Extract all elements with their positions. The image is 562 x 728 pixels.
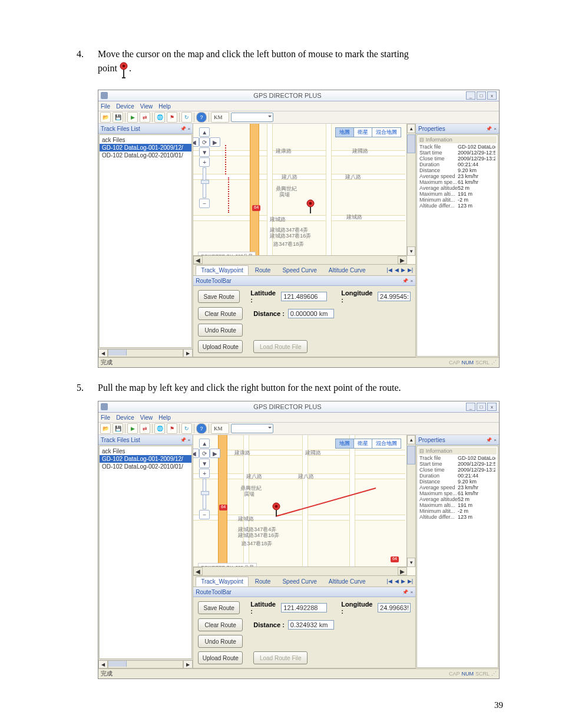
- list-item[interactable]: GD-102 DataLog-001-2009/12/: [100, 144, 191, 151]
- vertical-scrollbar[interactable]: ▲▼: [406, 124, 415, 256]
- tab-speed-curve[interactable]: Speed Curve: [277, 265, 322, 275]
- save-route-button[interactable]: Save Route: [198, 290, 240, 303]
- tab-nav-next[interactable]: ▶: [401, 267, 405, 273]
- pin-panel-icon[interactable]: 📌: [180, 126, 186, 131]
- longitude-value[interactable]: 24.99663!: [378, 603, 411, 612]
- tool-refresh-icon[interactable]: ↻: [181, 112, 192, 123]
- menu-view[interactable]: View: [140, 103, 153, 110]
- close-panel-icon[interactable]: ×: [410, 278, 413, 284]
- vertical-scrollbar[interactable]: ▲▼: [406, 435, 415, 567]
- list-item[interactable]: OD-102 DataLog-002-2010/01/: [100, 463, 191, 470]
- tool-help-icon[interactable]: ?: [196, 423, 207, 434]
- upload-route-button[interactable]: Upload Route: [198, 651, 243, 664]
- pan-right-icon[interactable]: ▶: [210, 449, 220, 458]
- horizontal-scrollbar[interactable]: ◀▶: [98, 660, 193, 668]
- maximize-button[interactable]: □: [477, 91, 486, 100]
- longitude-value[interactable]: 24.99545:: [378, 292, 411, 301]
- zoom-in-icon[interactable]: +: [199, 469, 210, 478]
- zoom-out-icon[interactable]: −: [199, 199, 210, 208]
- zoom-in-icon[interactable]: +: [199, 157, 210, 167]
- zoom-slider[interactable]: [203, 167, 206, 198]
- close-panel-icon[interactable]: ×: [188, 126, 191, 131]
- menu-device[interactable]: Device: [116, 414, 134, 421]
- minimize-button[interactable]: _: [466, 91, 475, 100]
- unit-dropdown[interactable]: [231, 424, 273, 433]
- tool-save-icon[interactable]: 💾: [113, 112, 123, 123]
- menu-view[interactable]: View: [140, 414, 153, 421]
- close-panel-icon[interactable]: ×: [494, 437, 497, 443]
- map-type-map[interactable]: 地圖: [335, 439, 354, 449]
- pin-panel-icon[interactable]: 📌: [402, 278, 408, 284]
- save-route-button[interactable]: Save Route: [198, 601, 240, 614]
- clear-route-button[interactable]: Clear Route: [198, 307, 243, 320]
- map-view[interactable]: ▲ ◀⟳▶ ▼ + − 地圖 衛星 混合地圖 建康路 建國路 建八路: [193, 435, 415, 576]
- unit-selector[interactable]: KM: [211, 423, 229, 434]
- pan-reset-icon[interactable]: ⟳: [199, 449, 210, 458]
- distance-value[interactable]: 0.324932 km: [288, 620, 334, 630]
- tab-track-waypoint[interactable]: Track_Waypoint: [196, 265, 249, 275]
- tool-save-icon[interactable]: 💾: [113, 423, 123, 434]
- zoom-out-icon[interactable]: −: [199, 510, 210, 519]
- undo-route-button[interactable]: Undo Route: [198, 635, 243, 648]
- map-type-hybrid[interactable]: 混合地圖: [372, 439, 401, 449]
- tool-globe-icon[interactable]: 🌐: [154, 112, 165, 123]
- map-type-hybrid[interactable]: 混合地圖: [372, 127, 401, 137]
- tab-nav-first[interactable]: |◀: [386, 578, 392, 584]
- tool-play-icon[interactable]: ▶: [127, 423, 138, 434]
- minimize-button[interactable]: _: [466, 403, 475, 411]
- close-panel-icon[interactable]: ×: [494, 126, 497, 131]
- tab-altitude-curve[interactable]: Altitude Curve: [323, 265, 371, 275]
- upload-route-button[interactable]: Upload Route: [198, 340, 243, 353]
- map-view[interactable]: ▲ ◀⟳▶ ▼ + − 地圖 衛星 混合地圖 建康路 建國路 建八路: [193, 124, 415, 265]
- menu-file[interactable]: File: [101, 103, 110, 110]
- tab-altitude-curve[interactable]: Altitude Curve: [323, 577, 371, 587]
- load-route-file-button[interactable]: Load Route File: [253, 651, 308, 664]
- tool-globe-icon[interactable]: 🌐: [154, 423, 165, 434]
- menu-help[interactable]: Help: [158, 103, 171, 110]
- tab-route[interactable]: Route: [250, 265, 276, 275]
- map-type-satellite[interactable]: 衛星: [353, 439, 372, 449]
- resize-grip-icon[interactable]: ⋰: [491, 360, 497, 365]
- horizontal-scrollbar[interactable]: ◀▶: [193, 255, 407, 264]
- pan-left-icon[interactable]: ◀: [193, 449, 199, 458]
- tab-nav-prev[interactable]: ◀: [395, 267, 399, 273]
- map-type-map[interactable]: 地圖: [335, 127, 354, 137]
- menu-file[interactable]: File: [101, 414, 110, 421]
- tool-flag-icon[interactable]: ⚑: [167, 112, 177, 123]
- tab-nav-prev[interactable]: ◀: [395, 578, 399, 584]
- map-type-satellite[interactable]: 衛星: [353, 127, 372, 137]
- pin-panel-icon[interactable]: 📌: [402, 589, 408, 595]
- horizontal-scrollbar[interactable]: ◀▶: [98, 348, 193, 357]
- list-item[interactable]: OD-102 DataLog-002-2010/01/: [100, 151, 191, 159]
- tool-play-icon[interactable]: ▶: [127, 112, 138, 123]
- start-pin-icon[interactable]: [305, 199, 316, 216]
- tool-connect-icon[interactable]: ⇄: [140, 112, 150, 123]
- start-pin-icon[interactable]: [271, 502, 282, 519]
- close-panel-icon[interactable]: ×: [410, 589, 413, 595]
- tab-nav-last[interactable]: ▶|: [408, 578, 413, 584]
- load-route-file-button[interactable]: Load Route File: [253, 340, 308, 353]
- tool-open-icon[interactable]: 📂: [100, 423, 111, 434]
- menu-device[interactable]: Device: [116, 103, 134, 110]
- tab-speed-curve[interactable]: Speed Curve: [277, 577, 322, 587]
- tab-nav-next[interactable]: ▶: [401, 578, 405, 584]
- pan-down-icon[interactable]: ▼: [199, 459, 210, 468]
- close-panel-icon[interactable]: ×: [188, 437, 191, 443]
- pan-up-icon[interactable]: ▲: [199, 127, 210, 137]
- latitude-value[interactable]: 121.492288: [281, 603, 327, 612]
- resize-grip-icon[interactable]: ⋰: [491, 671, 497, 677]
- tab-nav-last[interactable]: ▶|: [408, 267, 413, 273]
- close-button[interactable]: x: [487, 91, 497, 100]
- tab-route[interactable]: Route: [250, 577, 276, 587]
- horizontal-scrollbar[interactable]: ◀▶: [193, 566, 407, 575]
- clear-route-button[interactable]: Clear Route: [198, 618, 243, 631]
- undo-route-button[interactable]: Undo Route: [198, 324, 243, 337]
- pin-panel-icon[interactable]: 📌: [486, 437, 492, 443]
- unit-selector[interactable]: KM: [211, 112, 229, 123]
- pan-up-icon[interactable]: ▲: [199, 439, 210, 448]
- pan-down-icon[interactable]: ▼: [199, 147, 210, 157]
- pan-right-icon[interactable]: ▶: [210, 137, 220, 147]
- tool-refresh-icon[interactable]: ↻: [181, 423, 192, 434]
- map-zoom-control[interactable]: ▲ ◀⟳▶ ▼ + −: [199, 127, 210, 208]
- close-button[interactable]: x: [487, 403, 497, 411]
